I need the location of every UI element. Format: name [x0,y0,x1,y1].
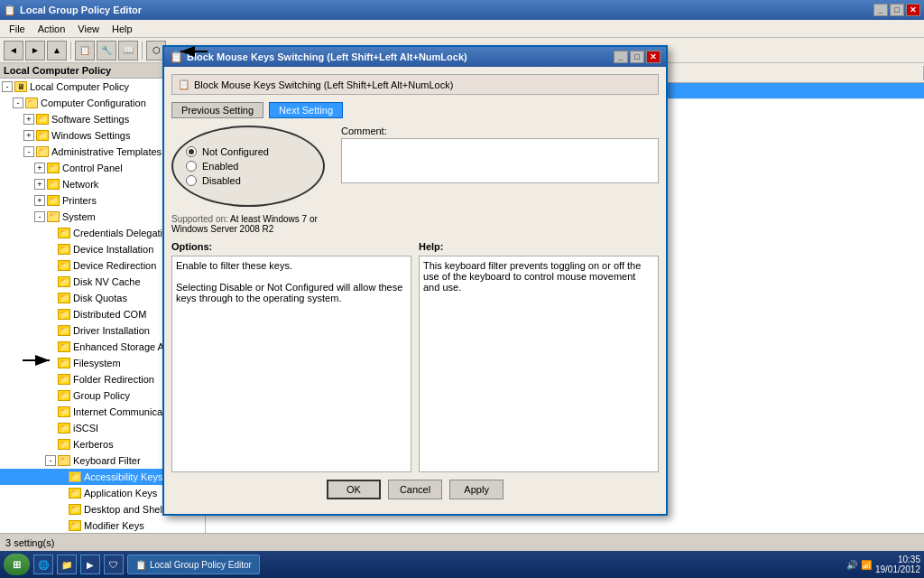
tree-label: Driver Installation [73,325,150,336]
tree-label: Software Settings [51,114,129,125]
radio-enabled-label: Enabled [202,161,238,172]
setting-title-icon: 📋 [178,79,190,90]
dialog-titlebar: 📋 Block Mouse Keys Switching (Left Shift… [164,47,666,67]
tree-label: Windows Settings [51,130,130,141]
setting-title-text: Block Mouse Keys Switching (Left Shift+L… [194,79,453,90]
folder-icon: 📁 [58,325,70,336]
tree-label: Local Computer Policy [30,81,129,92]
window-controls[interactable]: _ □ ✕ [873,4,920,16]
tree-label: Computer Configuration [41,98,146,108]
clock-date: 19/01/2012 [875,564,920,574]
properties-button[interactable]: 🔧 [97,41,116,61]
toolbar-separator-2 [142,42,143,60]
expand-icon[interactable]: + [23,130,34,141]
tree-label: Disk NV Cache [73,276,141,287]
show-hide-button[interactable]: 📋 [75,41,95,61]
folder-icon: 📁 [69,504,81,515]
dialog-setting-title-bar: 📋 Block Mouse Keys Switching (Left Shift… [171,74,659,95]
close-button[interactable]: ✕ [906,4,920,16]
folder-icon: 📁 [58,260,70,271]
options-section: Options: Enable to filter these keys. Se… [171,241,411,472]
menu-action[interactable]: Action [32,22,71,36]
previous-setting-button[interactable]: Previous Setting [171,102,263,118]
dialog-minimize-button[interactable]: _ [614,51,628,63]
dialog-maximize-button[interactable]: □ [630,51,644,63]
tree-label: Keyboard Filter [73,455,141,466]
maximize-button[interactable]: □ [890,4,904,16]
help-button[interactable]: 📖 [118,41,138,61]
menu-help[interactable]: Help [106,22,138,36]
ok-button[interactable]: OK [327,480,381,499]
folder-icon: 📁 [58,228,70,238]
dialog-body: Not Configured Enabled Disabled Supporte… [171,126,659,234]
dialog-content: 📋 Block Mouse Keys Switching (Left Shift… [164,67,666,514]
tree-label: Printers [62,195,97,206]
expand-icon[interactable]: - [23,146,34,157]
back-button[interactable]: ◄ [4,41,23,61]
dialog[interactable]: 📋 Block Mouse Keys Switching (Left Shift… [162,45,668,516]
taskbar-app-item[interactable]: 📋 Local Group Policy Editor [127,555,260,574]
menu-file[interactable]: File [4,22,31,36]
tree-label: Accessibility Keys [84,471,162,482]
toolbar-separator [70,42,71,60]
expand-icon[interactable]: + [34,163,45,173]
supported-on-label: Supported on: [171,214,228,224]
start-button[interactable]: ⊞ [4,554,30,575]
expand-icon[interactable]: - [34,211,45,222]
forward-button[interactable]: ► [25,41,45,61]
next-setting-button[interactable]: Next Setting [269,102,343,118]
folder-icon: 📁 [58,293,70,303]
folder-icon: 📁 [58,439,70,450]
folder-icon: 📁 [58,390,70,401]
up-button[interactable]: ▲ [47,41,67,61]
tree-label: Modifier Keys [84,520,144,531]
taskbar-app-label: Local Group Policy Editor [150,560,252,570]
cancel-button[interactable]: Cancel [388,480,442,499]
tree-label: Kerberos [73,439,114,450]
radio-not-configured-btn[interactable] [186,146,197,157]
folder-icon: 📁 [58,374,70,385]
dialog-controls[interactable]: _ □ ✕ [614,51,661,63]
dialog-title-icon: 📋 [170,51,183,63]
minimize-button[interactable]: _ [873,4,888,16]
folder-icon: 📁 [25,98,38,108]
expand-icon[interactable]: + [34,179,45,190]
radio-disabled[interactable]: Disabled [186,175,310,186]
taskbar-app-icon: 📋 [135,560,146,570]
folder-icon: 📁 [69,471,81,482]
dialog-nav-buttons: Previous Setting Next Setting [171,102,659,118]
radio-not-configured[interactable]: Not Configured [186,146,310,157]
tree-label: Device Redirection [73,260,156,271]
folder-icon: 📁 [58,406,70,417]
folder-icon: 📁 [47,211,60,222]
status-text: 3 setting(s) [5,537,54,548]
expand-icon[interactable]: - [2,81,13,92]
tree-label: Credentials Delegation [73,228,173,238]
taskbar-left: ⊞ 🌐 📁 ▶ 🛡 📋 Local Group Policy Editor [4,554,260,575]
menu-bar: File Action View Help [0,20,924,38]
expand-icon[interactable]: - [13,98,23,108]
folder-quicklaunch[interactable]: 📁 [57,555,77,574]
menu-view[interactable]: View [72,22,105,36]
apply-button[interactable]: Apply [449,480,504,499]
media-quicklaunch[interactable]: ▶ [80,555,100,574]
tree-label: Device Installation [73,244,153,255]
radio-disabled-btn[interactable] [186,175,197,186]
expand-icon[interactable]: + [23,114,34,125]
comment-input[interactable] [341,138,659,183]
dialog-close-button[interactable]: ✕ [646,51,661,63]
radio-enabled[interactable]: Enabled [186,161,310,172]
tree-item-modifier-keys[interactable]: 📁 Modifier Keys [0,517,205,534]
dialog-buttons: OK Cancel Apply [171,472,659,507]
radio-enabled-btn[interactable] [186,161,197,172]
start-icon: ⊞ [13,559,21,570]
ie-quicklaunch[interactable]: 🌐 [33,555,53,574]
security-quicklaunch[interactable]: 🛡 [104,555,124,574]
folder-icon: 📁 [58,423,70,434]
radio-disabled-label: Disabled [202,175,241,186]
title-bar-text: Local Group Policy Editor [20,5,142,15]
expand-icon[interactable]: + [34,195,45,206]
tree-label: Administrative Templates [51,146,162,157]
folder-icon: 📁 [47,163,60,173]
expand-icon[interactable]: - [45,455,56,466]
